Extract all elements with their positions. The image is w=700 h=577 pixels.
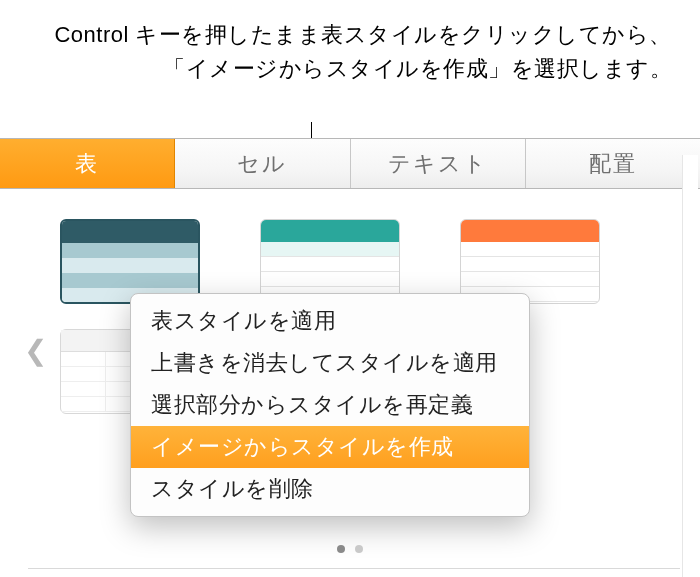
table-style-swatch[interactable] xyxy=(260,219,400,304)
menu-label: 上書きを消去してスタイルを適用 xyxy=(151,350,498,375)
menu-redefine-from-selection[interactable]: 選択部分からスタイルを再定義 xyxy=(131,384,529,426)
annotation-text: Control キーを押したまま表スタイルをクリックしてから、「イメージからスタ… xyxy=(54,22,672,81)
tab-label: 表 xyxy=(75,149,99,179)
menu-apply-style[interactable]: 表スタイルを適用 xyxy=(131,300,529,342)
tab-label: 配置 xyxy=(589,149,637,179)
menu-label: 表スタイルを適用 xyxy=(151,308,336,333)
menu-label: イメージからスタイルを作成 xyxy=(151,434,454,459)
tab-text[interactable]: テキスト xyxy=(351,139,526,188)
tab-arrange[interactable]: 配置 xyxy=(526,139,700,188)
menu-label: スタイルを削除 xyxy=(151,476,314,501)
tab-table[interactable]: 表 xyxy=(0,139,175,188)
table-styles-area: ❮ 表スタイルを適用 上書きを消去してスタイルを適用 選択部分からスタイルを再定… xyxy=(0,189,700,414)
scrollbar-track[interactable] xyxy=(682,155,698,577)
pager-dot[interactable] xyxy=(337,545,345,553)
menu-label: 選択部分からスタイルを再定義 xyxy=(151,392,473,417)
table-style-context-menu: 表スタイルを適用 上書きを消去してスタイルを適用 選択部分からスタイルを再定義 … xyxy=(130,293,530,517)
table-style-swatch[interactable] xyxy=(460,219,600,304)
chevron-left-icon[interactable]: ❮ xyxy=(24,334,47,367)
table-style-swatch[interactable] xyxy=(60,219,200,304)
style-row-1 xyxy=(60,219,670,304)
menu-clear-overrides-apply[interactable]: 上書きを消去してスタイルを適用 xyxy=(131,342,529,384)
style-pager xyxy=(337,545,363,553)
help-annotation: Control キーを押したまま表スタイルをクリックしてから、「イメージからスタ… xyxy=(0,0,700,96)
menu-delete-style[interactable]: スタイルを削除 xyxy=(131,468,529,510)
inspector-tabs: 表 セル テキスト 配置 xyxy=(0,139,700,189)
tab-label: セル xyxy=(237,149,287,179)
format-panel: 表 セル テキスト 配置 xyxy=(0,138,700,577)
menu-create-style-from-image[interactable]: イメージからスタイルを作成 xyxy=(131,426,529,468)
tab-label: テキスト xyxy=(388,149,488,179)
tab-cell[interactable]: セル xyxy=(175,139,350,188)
divider xyxy=(28,568,680,569)
pager-dot[interactable] xyxy=(355,545,363,553)
